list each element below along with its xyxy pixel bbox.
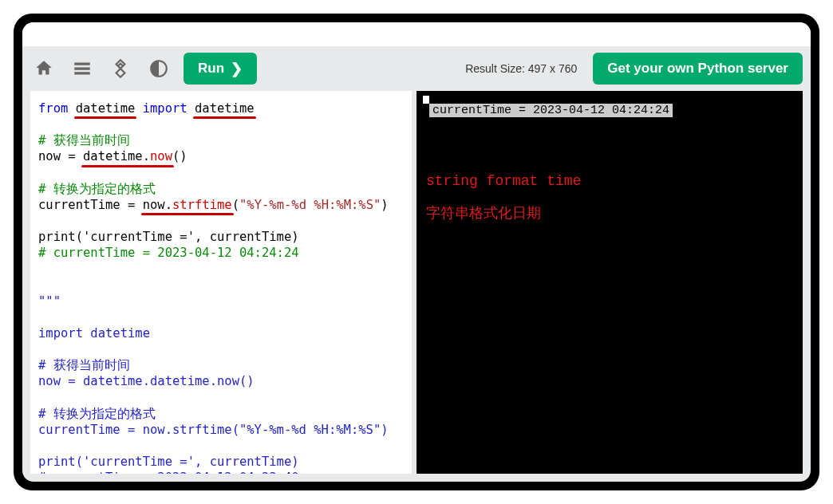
device-frame: Run ❯ Result Size: 497 x 760 Get your ow… <box>14 14 819 490</box>
chevron-right-icon: ❯ <box>231 61 243 76</box>
annotation-2: 字符串格式化日期 <box>426 203 793 222</box>
code-content: from datetime import datetime # 获得当前时间 n… <box>38 100 405 474</box>
screen: Run ❯ Result Size: 497 x 760 Get your ow… <box>22 22 811 482</box>
theme-icon[interactable] <box>145 55 172 82</box>
home-icon[interactable] <box>30 55 57 82</box>
output-annotations: string format time 字符串格式化日期 <box>426 173 793 222</box>
rotate-icon[interactable] <box>107 55 134 82</box>
cursor-icon <box>423 96 429 104</box>
menu-icon[interactable] <box>69 55 96 82</box>
get-server-label: Get your own Python server <box>607 61 788 77</box>
run-button[interactable]: Run ❯ <box>184 53 257 85</box>
result-size-label: Result Size: 497 x 760 <box>465 62 577 75</box>
code-editor[interactable]: from datetime import datetime # 获得当前时间 n… <box>30 91 412 474</box>
run-button-label: Run <box>198 61 224 77</box>
get-server-button[interactable]: Get your own Python server <box>593 53 803 85</box>
annotation-1: string format time <box>426 173 793 189</box>
output-pane: currentTime = 2023-04-12 04:24:24 string… <box>416 91 803 474</box>
output-line: currentTime = 2023-04-12 04:24:24 <box>429 104 673 117</box>
toolbar: Run ❯ Result Size: 497 x 760 Get your ow… <box>22 46 811 91</box>
browser-top-bar <box>22 22 811 46</box>
panes: from datetime import datetime # 获得当前时间 n… <box>22 91 811 482</box>
